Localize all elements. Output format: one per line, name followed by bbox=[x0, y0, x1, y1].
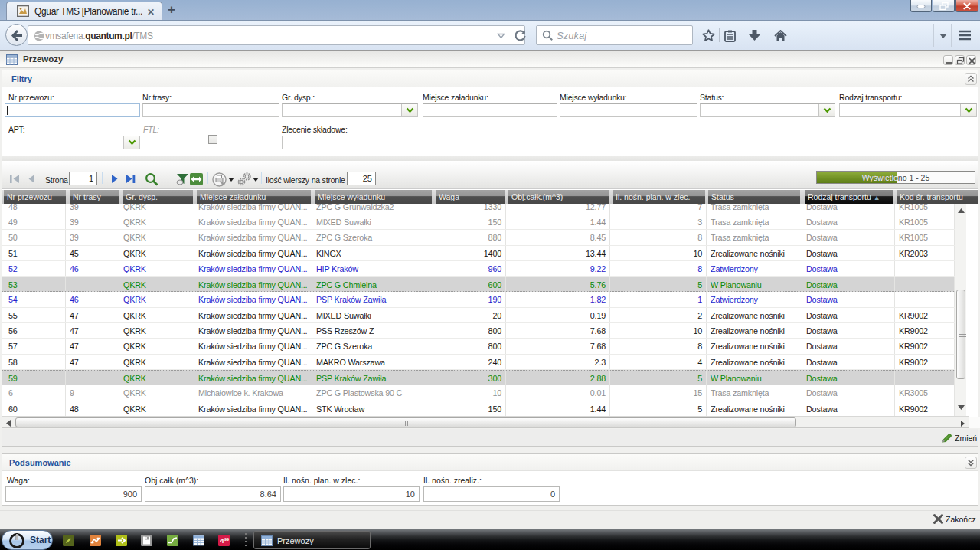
svg-text:4: 4 bbox=[220, 537, 224, 545]
svg-text:99: 99 bbox=[224, 537, 229, 542]
